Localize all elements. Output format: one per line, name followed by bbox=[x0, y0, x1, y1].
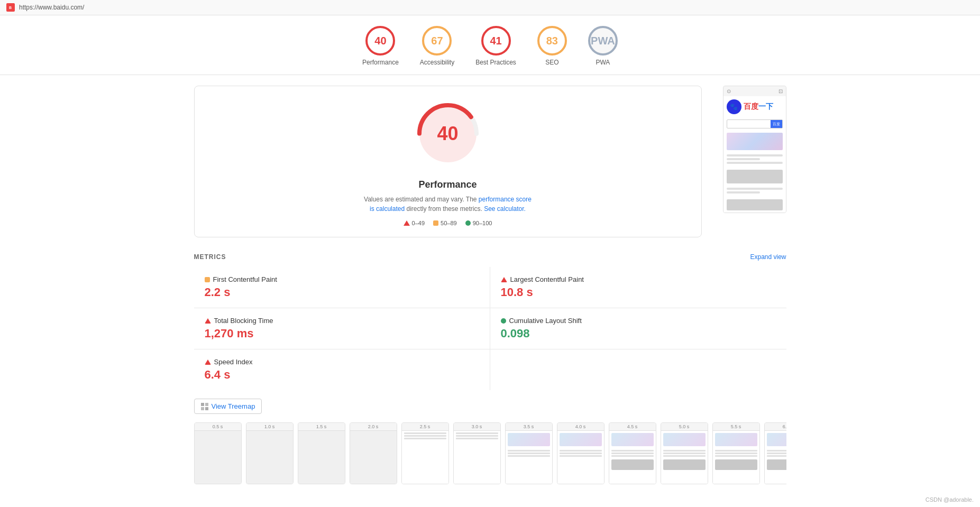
score-item-pwa[interactable]: PWAPWA bbox=[588, 26, 618, 66]
favicon-icon: B bbox=[6, 3, 15, 12]
image-placeholder bbox=[727, 170, 783, 183]
filmstrip-frame: 4.5 s bbox=[609, 422, 656, 484]
perf-description: Values are estimated and may vary. The p… bbox=[363, 195, 533, 214]
metric-si: Speed Index 6.4 s bbox=[194, 349, 490, 390]
filmstrip-image bbox=[402, 431, 448, 484]
search-bar-mock: 百度 bbox=[727, 119, 783, 128]
svg-rect-5 bbox=[205, 403, 208, 406]
metric-tbt-value: 1,270 ms bbox=[205, 327, 479, 340]
filmstrip-frame: 3.5 s bbox=[505, 422, 553, 484]
score-item-best-practices[interactable]: 41Best Practices bbox=[475, 26, 516, 66]
legend-range-good: 90–100 bbox=[473, 220, 492, 226]
filmstrip-frame: 6.0 s bbox=[764, 422, 786, 484]
legend-triangle-icon bbox=[404, 220, 410, 226]
screenshot-header: ⊙ ⊡ bbox=[723, 86, 786, 96]
metric-cls: Cumulative Layout Shift 0.098 bbox=[490, 308, 786, 349]
metric-fcp-header: First Contentful Paint bbox=[205, 275, 479, 283]
score-circle-accessibility: 67 bbox=[422, 26, 452, 56]
metric-lcp-value: 10.8 s bbox=[501, 285, 776, 299]
score-label-best-practices: Best Practices bbox=[475, 59, 516, 66]
filmstrip-frame: 3.0 s bbox=[453, 422, 501, 484]
filmstrip-timestamp: 2.5 s bbox=[402, 423, 448, 431]
filmstrip-frame: 4.0 s bbox=[557, 422, 605, 484]
filmstrip-image bbox=[765, 431, 786, 484]
metric-lcp-header: Largest Contentful Paint bbox=[501, 275, 776, 283]
filmstrip-image bbox=[350, 431, 397, 484]
filmstrip-image bbox=[454, 431, 500, 484]
filmstrip-timestamp: 0.5 s bbox=[195, 423, 241, 431]
filmstrip-image bbox=[609, 431, 656, 484]
filmstrip-timestamp: 4.5 s bbox=[609, 423, 656, 431]
screenshot-body: 🐾 百度一下 百度 bbox=[723, 96, 786, 213]
legend-item-good: 90–100 bbox=[465, 220, 492, 226]
metric-cls-value: 0.098 bbox=[501, 327, 776, 340]
filmstrip-frame: 5.0 s bbox=[661, 422, 708, 484]
legend: 0–49 50–89 90–100 bbox=[404, 220, 492, 226]
svg-text:B: B bbox=[9, 6, 12, 10]
metric-fcp-name: First Contentful Paint bbox=[213, 275, 277, 283]
metric-si-header: Speed Index bbox=[205, 358, 479, 366]
content-line-3 bbox=[727, 188, 783, 190]
footer-credit: CSDN @adorable. bbox=[926, 496, 974, 499]
filmstrip-timestamp: 5.5 s bbox=[713, 423, 759, 431]
treemap-icon bbox=[201, 403, 208, 410]
perf-title: Performance bbox=[418, 179, 477, 190]
view-treemap-button[interactable]: View Treemap bbox=[194, 399, 262, 414]
filmstrip-image bbox=[661, 431, 708, 484]
gauge-area: 40 Performance Values are estimated and … bbox=[194, 86, 702, 237]
metric-fcp-value: 2.2 s bbox=[205, 285, 479, 299]
filmstrip-timestamp: 5.0 s bbox=[661, 423, 708, 431]
gauge-container: 40 bbox=[411, 97, 485, 171]
image-placeholder-2 bbox=[727, 199, 783, 210]
legend-square-icon bbox=[433, 220, 438, 226]
score-item-accessibility[interactable]: 67Accessibility bbox=[420, 26, 454, 66]
filmstrip-frame: 5.5 s bbox=[712, 422, 760, 484]
filmstrip-image bbox=[246, 431, 293, 484]
filmstrip-image bbox=[298, 431, 345, 484]
metric-tbt-name: Total Blocking Time bbox=[214, 317, 273, 325]
score-label-performance: Performance bbox=[362, 59, 399, 66]
metric-cls-name: Cumulative Layout Shift bbox=[509, 317, 582, 325]
filmstrip-frame: 1.5 s bbox=[298, 422, 345, 484]
banner-mock bbox=[727, 133, 783, 150]
baidu-logo: 🐾 百度一下 bbox=[723, 96, 786, 117]
url-bar: https://www.baidu.com/ bbox=[19, 4, 84, 11]
content-lines-2 bbox=[723, 186, 786, 197]
score-circle-pwa: PWA bbox=[588, 26, 618, 56]
filmstrip-frame: 2.5 s bbox=[401, 422, 449, 484]
metric-tbt-icon bbox=[205, 318, 211, 324]
svg-rect-4 bbox=[201, 403, 204, 406]
legend-range-poor: 0–49 bbox=[412, 220, 425, 226]
metrics-section-title: METRICS bbox=[194, 253, 226, 261]
main-content: 40 Performance Values are estimated and … bbox=[173, 75, 808, 499]
score-item-seo[interactable]: 83SEO bbox=[537, 26, 567, 66]
calculator-link[interactable]: See calculator. bbox=[484, 205, 526, 213]
score-circle-seo: 83 bbox=[537, 26, 567, 56]
filmstrip-timestamp: 6.0 s bbox=[765, 423, 786, 431]
baidu-logo-text: 百度一下 bbox=[744, 102, 773, 112]
gauge-score: 40 bbox=[437, 123, 458, 145]
metric-si-value: 6.4 s bbox=[205, 368, 479, 382]
metric-lcp: Largest Contentful Paint 10.8 s bbox=[490, 267, 786, 308]
metric-fcp: First Contentful Paint 2.2 s bbox=[194, 267, 490, 308]
screenshot-preview: ⊙ ⊡ 🐾 百度一下 百度 bbox=[723, 86, 786, 213]
expand-view-button[interactable]: Expand view bbox=[750, 253, 786, 261]
legend-circle-icon bbox=[465, 220, 471, 226]
metric-si-icon bbox=[205, 359, 211, 365]
legend-range-average: 50–89 bbox=[441, 220, 457, 226]
screenshot-icon-right: ⊡ bbox=[778, 88, 783, 94]
filmstrip-image bbox=[195, 431, 241, 484]
metric-tbt: Total Blocking Time 1,270 ms bbox=[194, 308, 490, 349]
score-label-accessibility: Accessibility bbox=[420, 59, 454, 66]
screenshot-icon-left: ⊙ bbox=[727, 88, 731, 94]
metrics-grid: First Contentful Paint 2.2 s Largest Con… bbox=[194, 267, 786, 390]
metric-fcp-icon bbox=[205, 277, 210, 282]
filmstrip-image bbox=[506, 431, 552, 484]
filmstrip-timestamp: 4.0 s bbox=[557, 423, 604, 431]
metric-lcp-icon bbox=[501, 277, 507, 282]
legend-item-poor: 0–49 bbox=[404, 220, 425, 226]
filmstrip-timestamp: 1.0 s bbox=[246, 423, 293, 431]
treemap-label: View Treemap bbox=[212, 402, 255, 410]
filmstrip: 0.5 s1.0 s1.5 s2.0 s2.5 s3.0 s3.5 s4.0 s… bbox=[194, 422, 786, 488]
score-item-performance[interactable]: 40Performance bbox=[362, 26, 399, 66]
